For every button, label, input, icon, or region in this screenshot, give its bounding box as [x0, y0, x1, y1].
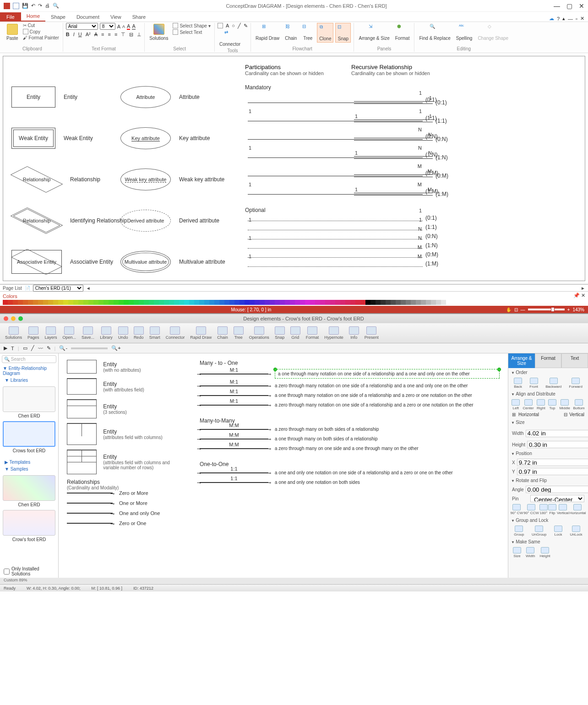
identifying-rel-shape[interactable]: Relationship	[11, 209, 62, 233]
pen-tool-icon[interactable]: ✎	[244, 23, 248, 29]
home-tab[interactable]: Home	[21, 11, 45, 22]
cardinality-line[interactable]: 1M (1:M)	[351, 185, 457, 203]
entity-variant[interactable]: Entity(attributes field with columns)	[67, 423, 186, 445]
rect-tool2-icon[interactable]: ▭	[23, 345, 27, 351]
prev-page-icon[interactable]: ◄	[86, 286, 91, 291]
align-center-button[interactable]: Center	[523, 399, 534, 410]
clone-button[interactable]: ⧉Clone	[317, 23, 333, 43]
forward-button[interactable]: Forward	[569, 378, 583, 389]
zoom-slider[interactable]	[528, 309, 565, 310]
print-icon[interactable]: 🖨	[45, 3, 50, 9]
zoom-slider2[interactable]	[71, 347, 108, 349]
attribute-shape[interactable]: Attribute	[120, 86, 171, 108]
color-swatch[interactable]	[114, 300, 119, 305]
tool-grid[interactable]: Grid	[288, 325, 303, 341]
tree-button[interactable]: ⊟Tree	[300, 23, 315, 42]
unlock-button[interactable]: UnLock	[570, 526, 583, 537]
search-icon[interactable]: 🔍	[53, 3, 59, 9]
color-swatch[interactable]	[219, 300, 224, 305]
color-swatch[interactable]	[83, 300, 88, 305]
page-select[interactable]: Chen's ERD (1/1)	[33, 285, 83, 292]
color-swatch[interactable]	[416, 300, 421, 305]
thumb-chen-sample[interactable]	[3, 475, 55, 501]
mac-canvas[interactable]: Entity(with no attributes) Entity(with a…	[59, 353, 508, 578]
color-swatch[interactable]	[23, 300, 28, 305]
pin-select[interactable]: Center-Center	[530, 495, 584, 502]
color-swatch[interactable]	[18, 300, 23, 305]
tree-samples[interactable]: ▼ Samples	[0, 466, 58, 472]
color-swatch[interactable]	[144, 300, 149, 305]
color-swatch[interactable]	[335, 300, 340, 305]
cardinality-line[interactable]: 1(0:1)	[245, 213, 446, 222]
color-swatch[interactable]	[245, 300, 250, 305]
line-tool2-icon[interactable]: ╱	[31, 345, 34, 351]
tool-chain[interactable]: Chain	[215, 325, 230, 341]
color-swatch[interactable]	[124, 300, 129, 305]
tool-solutions[interactable]: Solutions	[3, 325, 24, 341]
angle-input[interactable]	[526, 486, 588, 493]
color-swatch[interactable]	[330, 300, 335, 305]
x-input[interactable]	[517, 459, 588, 466]
tree-templates[interactable]: ▶ Templates	[0, 459, 58, 466]
color-swatch[interactable]	[194, 300, 199, 305]
color-swatch[interactable]	[355, 300, 360, 305]
pen-tool2-icon[interactable]: ✎	[47, 345, 51, 351]
cardinality-line[interactable]: N(0:N)	[245, 232, 446, 241]
align-right-button[interactable]: Right	[537, 399, 545, 410]
file-tab[interactable]: File	[0, 12, 21, 22]
weak-entity-shape[interactable]: Weak Entity	[11, 128, 55, 149]
color-swatch[interactable]	[376, 300, 381, 305]
weak-key-attribute-shape[interactable]: Weak key attribute	[120, 168, 171, 190]
color-swatch[interactable]	[139, 300, 144, 305]
align-top-icon[interactable]: ⊤	[121, 32, 125, 38]
rapid-draw-button[interactable]: ⊞Rapid Draw	[254, 23, 281, 42]
zoom-traffic-icon[interactable]	[18, 316, 23, 321]
share-tab[interactable]: Share	[127, 12, 151, 22]
y-input[interactable]	[517, 468, 588, 475]
color-swatch[interactable]	[134, 300, 139, 305]
align-left-button[interactable]: Left	[512, 399, 520, 410]
relation-line[interactable]: ⊸⊸1:1 a one and only one notation on one…	[200, 470, 500, 475]
tool-smart[interactable]: Smart	[147, 325, 163, 341]
color-swatch[interactable]	[260, 300, 265, 305]
color-swatch[interactable]	[154, 300, 159, 305]
tool-snap[interactable]: Snap	[272, 325, 287, 341]
canvas[interactable]: Entity Entity Weak Entity Weak Entity Re…	[3, 56, 585, 281]
lock-button[interactable]: Lock	[554, 526, 562, 537]
close-colors-icon[interactable]: ✕	[581, 293, 585, 298]
relation-line[interactable]: ⊸⊸M:M a zero through many on one side an…	[200, 446, 500, 451]
color-swatch[interactable]	[250, 300, 255, 305]
tree-root[interactable]: ▼ Entity-Relationship Diagram	[0, 365, 58, 377]
undo-icon[interactable]: ↶	[31, 3, 35, 9]
color-swatch[interactable]	[189, 300, 194, 305]
align-right-icon[interactable]: ≡	[114, 32, 117, 38]
minimize-icon[interactable]: —	[554, 2, 560, 10]
relation-line[interactable]: ⊸⊸M:M a zero through many on both sides …	[200, 427, 500, 432]
only-installed-checkbox[interactable]: Only Installed Solutions	[0, 565, 58, 578]
assoc-entity-shape[interactable]: Associative Entity	[11, 250, 62, 274]
tool-undo[interactable]: Undo	[116, 325, 131, 341]
pointer-tool-icon[interactable]: ▶	[4, 345, 7, 351]
zoom-in-icon[interactable]: 🔍+	[111, 345, 120, 351]
color-swatch[interactable]	[38, 300, 43, 305]
tool-library[interactable]: Library	[98, 325, 115, 341]
relation-line[interactable]: ⊸⊸M:1 a zero through many notation on on…	[200, 383, 500, 388]
find-replace-button[interactable]: 🔍Find & Replace	[417, 23, 452, 42]
thumb-crow-sample[interactable]	[3, 510, 55, 536]
front-button[interactable]: Front	[529, 378, 538, 389]
color-swatch[interactable]	[401, 300, 406, 305]
color-swatch[interactable]	[164, 300, 169, 305]
view-tab[interactable]: View	[105, 12, 127, 22]
color-swatch[interactable]	[199, 300, 204, 305]
tree-libraries[interactable]: ▼ Libraries	[0, 377, 58, 384]
color-swatch[interactable]	[204, 300, 209, 305]
close2-icon[interactable]: ✕	[580, 16, 584, 22]
color-swatch[interactable]	[73, 300, 78, 305]
derived-attribute-shape[interactable]: Derived attribute	[120, 210, 171, 232]
color-swatch[interactable]	[129, 300, 134, 305]
color-swatch[interactable]	[53, 300, 58, 305]
color-swatch[interactable]	[315, 300, 320, 305]
mac-titlebar[interactable]: Design elements - Crow's foot ERD - Crow…	[0, 314, 588, 323]
color-swatch[interactable]	[275, 300, 280, 305]
font-color-icon[interactable]: A	[127, 23, 130, 30]
